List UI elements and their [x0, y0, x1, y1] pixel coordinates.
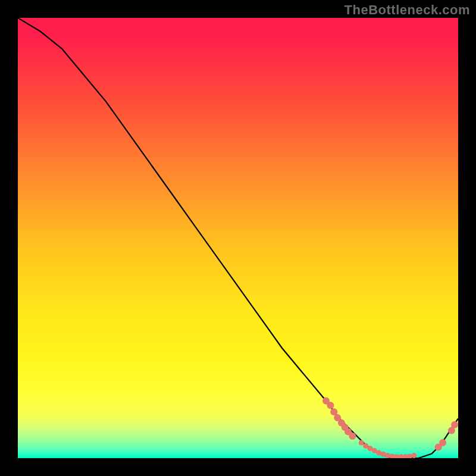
- valley-dots: [412, 453, 417, 458]
- left-slope-dots: [327, 402, 334, 409]
- left-slope-dots: [349, 433, 356, 440]
- watermark-text: TheBottleneck.com: [345, 2, 470, 18]
- valley-dots: [359, 440, 364, 446]
- right-slope-dots: [439, 439, 446, 446]
- right-slope-dots: [451, 421, 458, 428]
- plot-area: [18, 18, 458, 458]
- chart-svg: [18, 18, 458, 458]
- gradient-background: [18, 18, 458, 458]
- chart-frame: TheBottleneck.com: [0, 0, 476, 476]
